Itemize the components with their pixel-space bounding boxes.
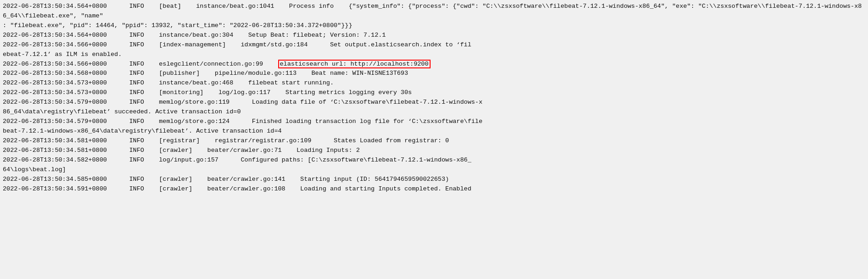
log-line: 2022-06-28T13:50:34.591+0800 INFO [crawl… <box>3 184 865 194</box>
log-line: ebeat-7.12.1’ as ILM is enabled. <box>3 50 865 60</box>
log-line: 2022-06-28T13:50:34.579+0800 INFO memlog… <box>3 98 865 107</box>
log-line: 2022-06-28T13:50:34.573+0800 INFO instan… <box>3 78 865 88</box>
log-line: 64\logs\beat.log] <box>3 165 865 175</box>
log-line: 2022-06-28T13:50:34.585+0800 INFO [crawl… <box>3 175 865 184</box>
log-line: 2022-06-28T13:50:34.564+0800 INFO [beat]… <box>3 2 865 21</box>
log-line-elasticsearch-url: 2022-06-28T13:50:34.566+0800 INFO eslegc… <box>3 60 865 69</box>
log-line: 2022-06-28T13:50:34.568+0800 INFO [publi… <box>3 69 865 78</box>
log-line: 86_64\data\registry\filebeat’ succeeded.… <box>3 107 865 117</box>
log-line: 2022-06-28T13:50:34.582+0800 INFO log/in… <box>3 156 865 165</box>
log-line: 2022-06-28T13:50:34.566+0800 INFO [index… <box>3 40 865 50</box>
log-line: 2022-06-28T13:50:34.573+0800 INFO [monit… <box>3 88 865 98</box>
log-line: : "filebeat.exe", "pid": 14464, "ppid": … <box>3 21 865 31</box>
log-line: 2022-06-28T13:50:34.564+0800 INFO instan… <box>3 31 865 40</box>
log-line: beat-7.12.1-windows-x86_64\data\registry… <box>3 127 865 136</box>
log-line: 2022-06-28T13:50:34.581+0800 INFO [regis… <box>3 136 865 146</box>
log-line: 2022-06-28T13:50:34.581+0800 INFO [crawl… <box>3 146 865 156</box>
log-container: 2022-06-28T13:50:34.564+0800 INFO [beat]… <box>0 0 868 279</box>
log-line: 2022-06-28T13:50:34.579+0800 INFO memlog… <box>3 117 865 127</box>
elasticsearch-url-highlight: elasticsearch url: http://localhost:9200 <box>278 60 431 68</box>
